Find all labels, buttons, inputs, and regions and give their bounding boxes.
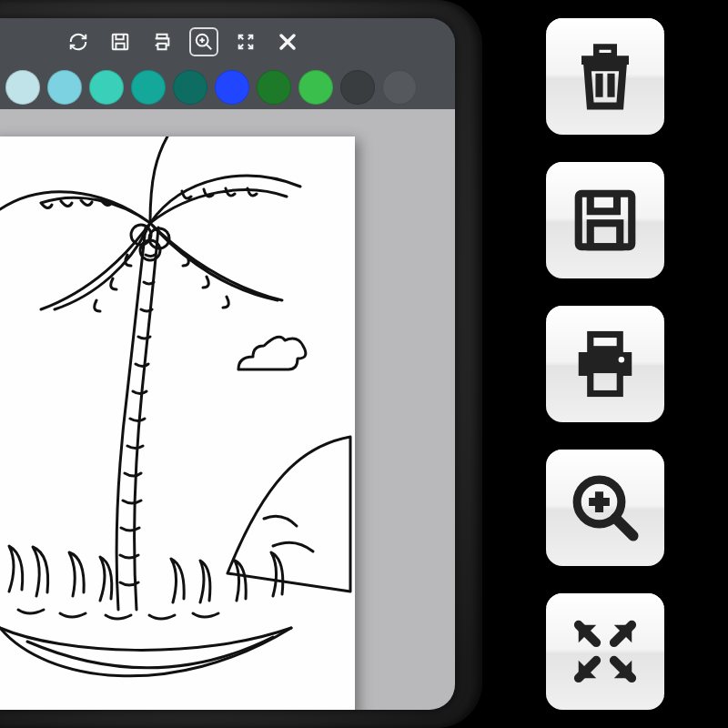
zoom-in-button[interactable]: [189, 27, 218, 56]
color-swatch-6[interactable]: [257, 70, 291, 105]
save-button[interactable]: [106, 27, 135, 56]
print-icon: [570, 329, 641, 399]
tropical-scene-illustration: [0, 136, 355, 710]
refresh-button[interactable]: [64, 27, 93, 56]
color-swatch-1[interactable]: [47, 70, 82, 105]
fullscreen-button[interactable]: [231, 27, 260, 56]
color-palette: [0, 66, 455, 109]
zoom-in-icon: [570, 472, 641, 543]
svg-rect-8: [591, 223, 621, 247]
toolbar: [0, 18, 455, 66]
zoom-in-icon: [194, 32, 214, 52]
close-icon: [277, 31, 298, 53]
app-window: [0, 18, 455, 710]
print-button[interactable]: [147, 27, 177, 56]
close-button[interactable]: [273, 27, 302, 56]
refresh-icon: [68, 32, 88, 52]
side-icon-panel: [482, 0, 728, 728]
color-swatch-4[interactable]: [173, 70, 207, 105]
color-swatch-5[interactable]: [215, 70, 249, 105]
zoom-in-big-button[interactable]: [546, 450, 664, 566]
print-big-button[interactable]: [546, 306, 664, 422]
save-icon: [570, 185, 641, 256]
canvas-area[interactable]: [0, 109, 455, 710]
trash-icon: [570, 41, 641, 112]
fullscreen-icon: [570, 616, 641, 687]
color-swatch-7[interactable]: [298, 70, 333, 105]
save-big-button[interactable]: [546, 162, 664, 278]
svg-rect-0: [113, 35, 128, 50]
svg-rect-9: [591, 335, 621, 349]
color-swatch-2[interactable]: [89, 70, 124, 105]
color-swatch-9[interactable]: [382, 70, 417, 105]
color-swatch-3[interactable]: [131, 70, 166, 105]
fullscreen-big-button[interactable]: [546, 593, 664, 710]
svg-point-11: [619, 357, 625, 363]
svg-rect-2: [157, 44, 166, 49]
color-swatch-0[interactable]: [5, 70, 40, 105]
print-icon: [152, 32, 172, 52]
fullscreen-icon: [236, 32, 256, 52]
color-swatch-8[interactable]: [340, 70, 375, 105]
svg-rect-10: [591, 370, 621, 394]
tablet-frame: [0, 0, 482, 728]
save-icon: [110, 32, 130, 52]
delete-big-button[interactable]: [546, 18, 664, 135]
coloring-page[interactable]: [0, 136, 355, 710]
